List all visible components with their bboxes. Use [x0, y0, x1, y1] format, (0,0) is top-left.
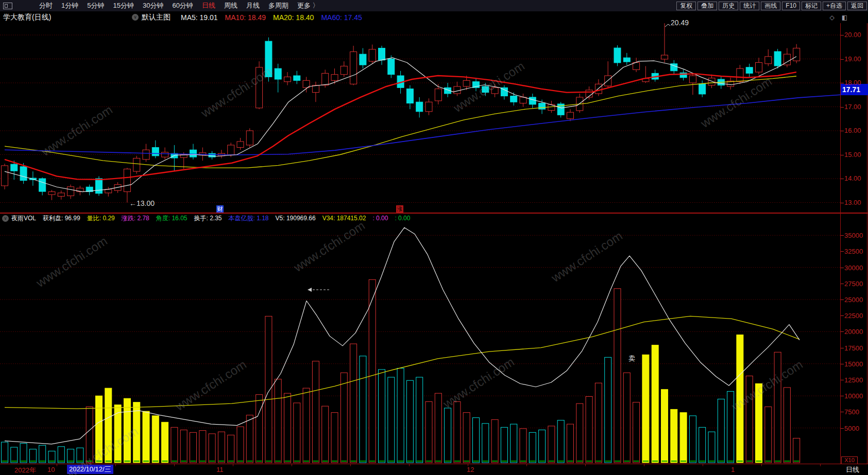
volume-base-tick [690, 461, 695, 462]
volume-bar [652, 345, 658, 463]
candle-body [482, 86, 489, 93]
event-marker-zhang[interactable]: 涨 [396, 205, 403, 213]
low-annotation: ←13.00 [129, 199, 155, 207]
volume-base-tick [181, 461, 186, 462]
volume-base-tick [87, 461, 92, 462]
ma20-value: MA20: 18.40 [273, 13, 314, 22]
event-marker-cai[interactable]: 财 [216, 205, 224, 213]
extra-value-2: : 0.00 [395, 215, 410, 222]
back-button[interactable]: 返回 [847, 2, 867, 10]
f10-button[interactable]: F10 [782, 2, 800, 10]
date-axis-tick [233, 464, 233, 466]
volume-axis-label: 22500 [844, 312, 863, 320]
date-axis-tick [409, 464, 410, 466]
fuquan-button[interactable]: 复权 [676, 2, 696, 10]
volume-bar [86, 407, 93, 463]
volume-base-tick [68, 461, 74, 462]
volume-base-tick [746, 461, 752, 462]
candle-body [96, 179, 103, 193]
candle-body [284, 77, 291, 81]
menu-item-30min[interactable]: 30分钟 [143, 1, 163, 10]
date-axis-tick [174, 464, 175, 466]
overlay-button[interactable]: 叠加 [697, 2, 717, 10]
drawline-button[interactable]: 画线 [761, 2, 780, 10]
menu-item-15min[interactable]: 15分钟 [113, 1, 133, 10]
candle-body [265, 41, 272, 77]
volume-base-tick [49, 461, 55, 462]
volume-bar [737, 335, 743, 463]
candle-body [294, 76, 300, 80]
volume-bar [228, 435, 234, 463]
date-label: 2022年 [14, 466, 36, 475]
period-menu: 分时 1分钟 5分钟 15分钟 30分钟 60分钟 日线 周线 月线 多周期 更… [39, 1, 319, 10]
volume-axis-tick [841, 412, 844, 412]
candle-body [623, 58, 630, 62]
menu-item-1min[interactable]: 1分钟 [61, 1, 78, 10]
price-axis-label: 13.00 [844, 199, 861, 206]
candle-body [774, 51, 781, 66]
split-window-icon[interactable]: ◧ [842, 14, 847, 21]
chevron-down-icon[interactable]: ∨ [2, 215, 9, 222]
volume-axis-label: 25000 [844, 296, 863, 304]
volume-base-tick [586, 461, 592, 462]
stats-button[interactable]: 统计 [740, 2, 759, 10]
candle-body [124, 169, 130, 191]
main-chart-canvas[interactable] [0, 23, 868, 213]
volume-axis-label: 10000 [844, 392, 863, 400]
menu-item-60min[interactable]: 60分钟 [172, 1, 193, 10]
menu-item-fenshi[interactable]: 分时 [39, 1, 53, 10]
candle-body [491, 87, 498, 94]
volume-bar [303, 388, 310, 463]
volume-bar [2, 442, 8, 463]
volume-base-tick [172, 461, 177, 462]
candle-body [426, 102, 432, 112]
price-axis-label: 15.00 [844, 151, 861, 159]
menu-item-daily[interactable]: 日线 [202, 1, 215, 10]
price-axis-tick [841, 131, 844, 131]
candle-body [228, 145, 234, 155]
liangbi-value: 量比: 0.29 [87, 214, 115, 223]
volume-chart-canvas[interactable] [0, 223, 868, 464]
volume-base-tick [615, 461, 620, 462]
volume-bar [633, 402, 640, 463]
volume-base-tick [115, 461, 121, 462]
zhangdie-value: 涨跌: 2.78 [122, 214, 149, 223]
volume-base-tick [435, 461, 441, 462]
volume-bar [605, 357, 611, 463]
volume-base-tick [671, 461, 677, 462]
menu-item-5min[interactable]: 5分钟 [87, 1, 104, 10]
candle-body [48, 192, 55, 195]
add-watchlist-button[interactable]: +自选 [823, 2, 846, 10]
menu-item-more[interactable]: 更多 〉 [297, 1, 319, 10]
volume-base-tick [191, 461, 196, 462]
volume-base-tick [530, 461, 535, 462]
mark-button[interactable]: 标记 [802, 2, 821, 10]
volume-bar [331, 413, 338, 463]
menu-item-weekly[interactable]: 周线 [224, 1, 237, 10]
diamond-icon[interactable]: ◇ [829, 14, 834, 21]
volume-base-tick [77, 461, 83, 462]
volume-bar [379, 370, 385, 463]
volume-bar [510, 424, 517, 463]
volume-base-tick [162, 461, 168, 462]
volume-bar [520, 429, 526, 463]
menu-item-multi-period[interactable]: 多周期 [268, 1, 288, 10]
volume-base-tick [247, 461, 252, 462]
volume-bar [322, 406, 329, 463]
candle-body [765, 57, 772, 64]
candle-body [209, 153, 215, 157]
date-axis-tick [644, 464, 644, 466]
volume-base-tick [332, 461, 337, 462]
volume-bar [548, 426, 555, 463]
menu-item-monthly[interactable]: 月线 [246, 1, 260, 10]
candle-body [11, 164, 18, 171]
candle-body [275, 68, 281, 79]
volume-base-tick [379, 461, 385, 462]
chevron-down-icon[interactable]: ∨ [132, 14, 139, 21]
volume-bar [623, 373, 630, 463]
volume-axis-tick [841, 396, 844, 396]
volume-base-tick [209, 461, 215, 462]
price-axis-tick [841, 179, 844, 179]
history-button[interactable]: 历史 [719, 2, 738, 10]
price-axis-tick [841, 83, 844, 83]
